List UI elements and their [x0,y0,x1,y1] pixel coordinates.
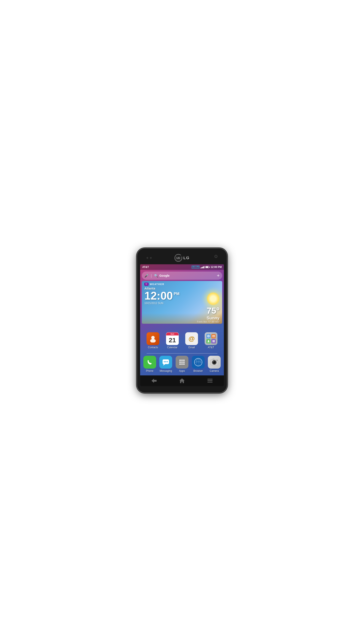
att-sub-4 [211,339,216,344]
search-bar[interactable]: 🎤 | 🔍 Google + [142,272,222,280]
weather-left: 12:00 PM 10/21/2012 SUN [144,290,180,305]
svg-rect-9 [214,340,215,341]
svg-marker-30 [152,378,156,383]
weather-time: 12:00 PM [144,290,180,301]
apps-grid [178,358,186,366]
weather-content: Y! WEATHER Atlanta 12:00 PM 10/21/2012 S… [142,281,222,324]
home-button[interactable] [177,378,187,384]
att-icon-img [205,332,218,345]
sun-graphic [207,292,220,305]
app-icon-att[interactable]: AT&T [202,332,220,349]
google-search-wrap[interactable]: 🔍 Google [154,274,170,278]
weather-feels: Feels like 77° 85°/65° [197,320,220,323]
signal-bar-2 [201,267,202,268]
svg-point-0 [151,336,155,339]
menu-button[interactable] [205,378,215,384]
speaker-grille [176,255,188,256]
dock-browser[interactable]: Browser [191,356,206,372]
phone-sensors [146,257,152,259]
app-icon-email[interactable]: @ Email [183,332,200,349]
carrier-text: AT&T [142,266,149,268]
app-icon-contacts[interactable]: Contacts [144,332,162,349]
svg-rect-34 [208,382,212,382]
apps-dot-2 [181,360,183,361]
phone-icon-img [143,356,156,368]
camera-svg [210,358,219,367]
weather-label: WEATHER [150,283,164,286]
svg-point-1 [150,339,156,342]
search-magnify-icon: 🔍 [154,274,158,278]
dock-apps[interactable]: Apps [174,356,190,372]
camera-label: Camera [210,370,219,372]
sensor-dot-1 [146,257,148,259]
svg-point-7 [208,340,209,342]
messaging-label: Messaging [160,370,172,372]
dock: Phone Messaging [140,354,224,376]
weather-widget[interactable]: Y! WEATHER Atlanta 12:00 PM 10/21/2012 S… [142,281,222,324]
weather-temp: 75° [197,306,220,316]
contacts-svg [149,335,157,342]
add-widget-button[interactable]: + [217,273,220,278]
mic-icon[interactable]: 🎤 [144,274,149,278]
status-right: 4G LTE 12:00 PM [192,266,222,268]
battery-fill [206,266,208,268]
google-label: Google [159,274,170,277]
apps-dot-1 [180,360,181,361]
weather-date: 10/21/2012 SUN [144,302,180,305]
dock-camera[interactable]: Camera [207,356,222,372]
apps-dot-9 [183,364,184,365]
search-divider: | [151,274,152,278]
svg-marker-13 [163,364,165,366]
dock-phone[interactable]: Phone [142,356,157,372]
svg-point-29 [216,360,218,361]
svg-point-15 [165,361,166,362]
att-label: AT&T [208,346,214,349]
svg-point-14 [164,361,165,362]
weather-condition: Sunny [197,316,220,320]
browser-label: Browser [194,370,203,372]
home-apps-grid: Contacts Sun 21 Calendar @ Email [140,330,224,351]
email-at-symbol: @ [188,335,195,342]
att-sub-3 [206,339,211,344]
weather-ampm: PM [174,292,180,296]
lte-badge: 4G LTE [192,266,200,268]
battery-tip [209,267,210,268]
signal-bar-3 [202,267,203,268]
status-clock: 12:00 PM [210,266,222,268]
browser-svg [194,358,203,367]
calendar-number: 21 [169,336,176,344]
status-bar: AT&T 4G LTE 12:00 PM [140,264,224,270]
att-sub-1 [206,334,211,338]
svg-rect-28 [212,359,214,360]
weather-time-value: 12:00 [144,290,173,301]
messaging-svg [162,358,170,366]
phone-svg [146,358,154,366]
svg-marker-31 [180,378,184,383]
camera-icon-img [208,356,221,368]
home-icon [179,378,185,384]
apps-dot-8 [181,364,183,365]
app-icon-calendar[interactable]: Sun 21 Calendar [164,332,181,349]
weather-right: 75° Sunny Feels like 77° 85°/65° [197,290,220,323]
front-camera [214,255,218,258]
yahoo-logo: Y! [144,283,148,286]
signal-bar-1 [200,268,201,268]
phone-screen: AT&T 4G LTE 12:00 PM [140,264,224,386]
search-left: 🎤 | 🔍 Google [144,274,170,278]
svg-point-27 [214,362,214,362]
apps-dot-7 [180,364,181,365]
dock-messaging[interactable]: Messaging [158,356,174,372]
apps-dot-5 [181,362,183,363]
apps-dot-6 [183,362,184,363]
apps-icon-img [176,356,188,368]
phone-label: Phone [146,370,154,372]
svg-rect-8 [212,340,214,341]
signal-bars [200,266,204,268]
yahoo-y: Y! [144,283,148,286]
back-button[interactable] [149,378,159,384]
navigation-bar [140,376,224,386]
email-label: Email [188,346,195,349]
calendar-header: Sun [166,332,178,336]
svg-rect-10 [212,341,214,342]
att-folder-grid [206,334,216,343]
